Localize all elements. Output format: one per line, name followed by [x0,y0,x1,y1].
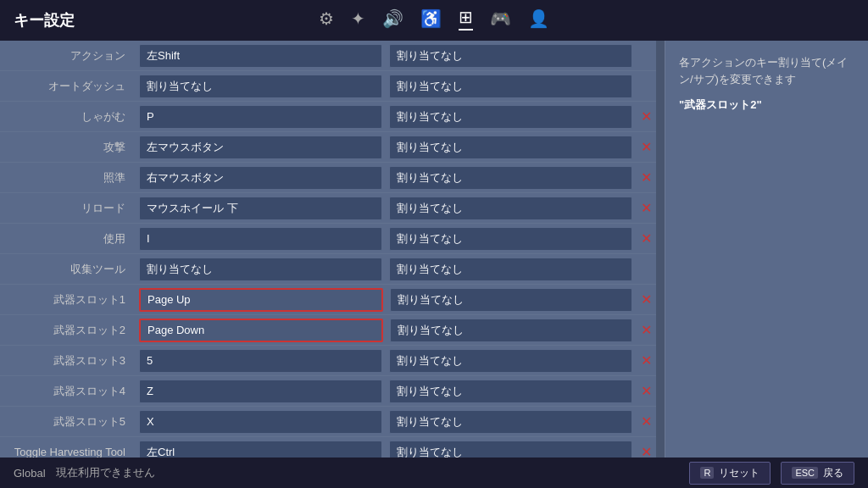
main-binding[interactable]: X [139,410,382,434]
row-label: 収集ツール [0,262,136,277]
controller-tab[interactable]: 🎮 [490,8,511,29]
table-row: 武器スロット5X割り当てなし✕ [0,407,656,437]
delete-binding[interactable]: ✕ [636,383,656,399]
table-row: 武器スロット35割り当てなし✕ [0,346,656,376]
top-bar: キー設定 ⚙ ✦ 🔊 ♿ ⊞ 🎮 👤 [0,0,868,41]
page-title: キー設定 [14,10,75,30]
bottom-bar: Global 現在利用できません R リセット ESC 戻る [0,458,868,488]
delete-binding[interactable]: ✕ [636,230,656,247]
row-label: 武器スロット4 [0,384,136,399]
row-label: 武器スロット3 [0,353,136,369]
keyboard-tab[interactable]: ⊞ [459,7,473,30]
table-row: 攻撃左マウスボタン割り当てなし✕ [0,132,656,163]
main-binding[interactable]: Page Down [139,319,383,342]
delete-binding[interactable]: ✕ [636,291,656,308]
keybindings-table: アクション左Shift割り当てなしオートダッシュ割り当てなし割り当てなししゃがむ… [0,41,656,458]
sub-binding[interactable]: 割り当てなし [389,197,632,220]
delete-binding[interactable]: ✕ [636,322,656,338]
row-label: アクション [0,48,136,64]
row-label: しゃがむ [0,109,136,125]
table-row: しゃがむP割り当てなし✕ [0,102,656,132]
sub-binding[interactable]: 割り当てなし [389,380,632,403]
sub-binding[interactable]: 割り当てなし [389,441,632,458]
delete-binding[interactable]: ✕ [636,200,656,216]
row-label: Toggle Harvesting Tool [0,446,136,458]
main-binding[interactable]: 左マウスボタン [139,136,382,159]
back-label: 戻る [823,466,843,480]
brightness-tab[interactable]: ✦ [351,8,365,29]
back-button[interactable]: ESC 戻る [781,462,854,485]
table-row: 武器スロット2Page Down割り当てなし✕ [0,315,656,346]
global-label: Global [14,467,46,480]
row-label: オートダッシュ [0,79,136,94]
row-label: 照準 [0,170,136,186]
accessibility-tab[interactable]: ♿ [420,8,442,29]
bottom-bar-left: Global 現在利用できません [14,465,155,480]
audio-tab[interactable]: 🔊 [382,8,403,29]
main-binding[interactable]: 割り当てなし [139,75,382,98]
delete-binding[interactable]: ✕ [636,444,656,458]
sub-binding[interactable]: 割り当てなし [389,44,632,68]
main-content: アクション左Shift割り当てなしオートダッシュ割り当てなし割り当てなししゃがむ… [0,41,868,458]
sub-binding[interactable]: 割り当てなし [389,258,632,281]
table-row: 照準右マウスボタン割り当てなし✕ [0,163,656,193]
delete-binding[interactable]: ✕ [636,139,656,155]
row-label: 武器スロット2 [0,323,136,338]
reset-button[interactable]: R リセット [689,462,771,485]
reset-label: リセット [719,466,760,480]
delete-binding[interactable]: ✕ [636,352,656,369]
table-row: 使用I割り当てなし✕ [0,224,656,254]
sub-binding[interactable]: 割り当てなし [389,349,632,373]
main-binding[interactable]: 左Ctrl [139,441,382,458]
scrollbar[interactable] [656,41,665,458]
table-row: アクション左Shift割り当てなし [0,41,656,71]
row-label: 武器スロット5 [0,414,136,430]
sub-binding[interactable]: 割り当てなし [389,227,632,251]
table-row: オートダッシュ割り当てなし割り当てなし [0,71,656,102]
sub-binding[interactable]: 割り当てなし [390,288,632,312]
reset-key-badge: R [700,467,714,479]
sub-binding[interactable]: 割り当てなし [389,136,632,159]
table-row: Toggle Harvesting Tool左Ctrl割り当てなし✕ [0,437,656,458]
bottom-bar-right: R リセット ESC 戻る [689,462,854,485]
row-label: 使用 [0,231,136,247]
row-label: リロード [0,201,136,216]
delete-binding[interactable]: ✕ [636,413,656,430]
delete-binding[interactable]: ✕ [636,108,656,125]
main-binding[interactable]: 割り当てなし [139,258,382,281]
main-binding[interactable]: P [139,105,382,129]
row-label: 武器スロット1 [0,292,136,308]
sub-binding[interactable]: 割り当てなし [389,410,632,434]
status-text: 現在利用できません [56,465,155,480]
sub-binding[interactable]: 割り当てなし [390,319,632,342]
table-row: 収集ツール割り当てなし割り当てなし [0,254,656,285]
delete-binding[interactable]: ✕ [636,169,656,186]
selected-slot-name: "武器スロット2" [679,97,854,113]
sub-binding[interactable]: 割り当てなし [389,166,632,190]
back-key-badge: ESC [792,467,818,479]
info-description: 各アクションのキー割り当て(メイン/サブ)を変更できます [679,54,854,87]
keybindings-panel: アクション左Shift割り当てなしオートダッシュ割り当てなし割り当てなししゃがむ… [0,41,656,458]
table-row: リロードマウスホイール 下割り当てなし✕ [0,193,656,224]
settings-tab[interactable]: ⚙ [319,8,334,29]
info-panel: 各アクションのキー割り当て(メイン/サブ)を変更できます "武器スロット2" [665,41,868,458]
sub-binding[interactable]: 割り当てなし [389,75,632,98]
main-binding[interactable]: 左Shift [139,44,382,68]
main-binding[interactable]: I [139,227,382,251]
table-row: 武器スロット4Z割り当てなし✕ [0,376,656,407]
main-binding[interactable]: Z [139,380,382,403]
main-binding[interactable]: Page Up [139,288,383,312]
main-binding[interactable]: マウスホイール 下 [139,197,382,220]
sub-binding[interactable]: 割り当てなし [389,105,632,129]
row-label: 攻撃 [0,140,136,155]
main-binding[interactable]: 右マウスボタン [139,166,382,190]
profile-tab[interactable]: 👤 [528,8,549,29]
nav-tabs: ⚙ ✦ 🔊 ♿ ⊞ 🎮 👤 [319,7,549,30]
main-binding[interactable]: 5 [139,349,382,373]
table-row: 武器スロット1Page Up割り当てなし✕ [0,285,656,315]
